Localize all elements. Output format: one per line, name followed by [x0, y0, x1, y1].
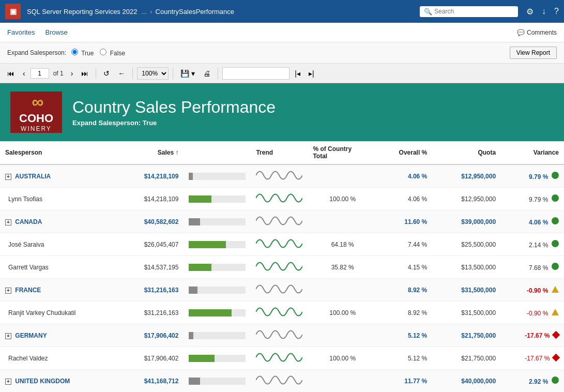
back-button[interactable]: ← — [115, 68, 128, 79]
status-green-icon — [552, 240, 559, 247]
find-next-button[interactable]: ▸| — [306, 68, 317, 79]
expand-icon[interactable]: + — [5, 219, 11, 225]
cell-sales: $40,582,602 — [115, 210, 184, 233]
cell-overall: 5.12 % — [377, 324, 432, 347]
cell-trend — [251, 347, 308, 370]
cell-trend — [251, 164, 308, 188]
bar-background — [189, 355, 246, 362]
expand-icon[interactable]: + — [5, 288, 11, 294]
cell-sales: $14,537,195 — [115, 256, 184, 279]
comments-button[interactable]: 💬 Comments — [517, 29, 557, 36]
variance-value: 9.79 % — [529, 196, 548, 203]
search-box[interactable]: 🔍 — [420, 6, 518, 17]
first-page-button[interactable]: ⏮ — [4, 68, 18, 79]
salesperson-name: GERMANY — [15, 332, 47, 339]
cell-salesperson: + GERMANY — [0, 324, 115, 347]
radio-true-label[interactable]: True — [71, 49, 94, 57]
cell-sales: $17,906,402 — [115, 324, 184, 347]
report-subtitle: Expand Salesperson: True — [72, 119, 276, 127]
nav-favorites[interactable]: Favorites — [7, 28, 35, 36]
col-salesperson: Salesperson — [0, 141, 115, 164]
radio-group: True False — [71, 49, 125, 57]
col-overall: Overall % — [377, 141, 432, 164]
cell-bar — [184, 210, 251, 233]
settings-icon[interactable]: ⚙ — [526, 7, 533, 17]
cell-variance: 4.06 % — [501, 210, 564, 233]
table-row: + GERMANY $17,906,402 5.12 % $21,750,000… — [0, 324, 564, 347]
cell-variance: -17.67 % — [501, 347, 564, 370]
toolbar-separator-3 — [173, 68, 173, 79]
radio-false-label[interactable]: False — [100, 49, 125, 57]
cell-salesperson: + FRANCE — [0, 279, 115, 301]
salesperson-name: Rachel Valdez — [8, 355, 48, 362]
expand-icon[interactable]: + — [5, 333, 11, 339]
search-input[interactable] — [434, 8, 514, 15]
app-logo: ▣ — [5, 4, 21, 19]
variance-value: 7.68 % — [529, 264, 548, 272]
cell-trend — [251, 233, 308, 256]
cell-overall: 11.77 % — [377, 370, 432, 393]
cell-pct-country: 64.18 % — [308, 233, 377, 256]
cell-pct-country: 100.00 % — [308, 301, 377, 324]
table-row: Ranjit Varkey Chudukatil $31,216,163 100… — [0, 301, 564, 324]
cell-variance: 7.68 % — [501, 256, 564, 279]
subtitle-value: True — [143, 119, 157, 127]
toolbar-separator-1 — [96, 68, 96, 79]
page-of-label: of 1 — [53, 70, 64, 77]
col-trend: Trend — [251, 141, 308, 164]
expand-icon[interactable]: + — [5, 379, 11, 385]
view-report-button[interactable]: View Report — [510, 47, 557, 59]
bar-background — [189, 264, 246, 271]
cell-overall: 8.92 % — [377, 279, 432, 301]
bar-fill — [189, 195, 211, 203]
find-prev-button[interactable]: |◂ — [292, 68, 303, 79]
last-page-button[interactable]: ⏭ — [78, 68, 92, 79]
cell-pct-country: 100.00 % — [308, 347, 377, 370]
status-green-icon — [552, 376, 559, 384]
bar-fill — [189, 355, 215, 362]
cell-overall: 4.15 % — [377, 256, 432, 279]
bar-fill — [189, 287, 197, 294]
expand-icon[interactable]: + — [5, 174, 11, 180]
help-icon[interactable]: ? — [554, 7, 559, 16]
bar-fill — [189, 264, 211, 271]
cell-bar — [184, 279, 251, 301]
print-button[interactable]: 🖨 — [200, 68, 214, 79]
refresh-button[interactable]: ↺ — [100, 68, 113, 79]
cell-overall: 11.60 % — [377, 210, 432, 233]
toolbar-separator-4 — [218, 68, 218, 79]
cell-variance: -17.67 % — [501, 324, 564, 347]
cell-quota: $31,500,000 — [432, 301, 501, 324]
logo-coho: COHO — [19, 112, 53, 125]
zoom-select[interactable]: 100% 75% 50% 150% 200% — [137, 67, 169, 80]
next-page-button[interactable]: › — [68, 68, 77, 79]
cell-trend — [251, 370, 308, 393]
prev-page-button[interactable]: ‹ — [20, 68, 28, 79]
table-row: + CANADA $40,582,602 11.60 % $39,000,000… — [0, 210, 564, 233]
breadcrumb-ellipsis: ... — [141, 8, 147, 16]
cell-variance: 9.79 % — [501, 164, 564, 188]
bar-background — [189, 195, 246, 203]
col-pct-country: % of CountryTotal — [308, 141, 377, 164]
status-yellow-icon — [552, 309, 559, 315]
cell-bar — [184, 188, 251, 210]
download-icon[interactable]: ↓ — [542, 7, 546, 16]
radio-true[interactable] — [71, 49, 78, 55]
nav-browse[interactable]: Browse — [45, 28, 67, 36]
cell-salesperson: Garrett Vargas — [0, 256, 115, 279]
subtitle-label: Expand Salesperson: — [72, 119, 141, 127]
bar-background — [189, 378, 246, 385]
status-red-icon — [552, 353, 560, 361]
cell-salesperson: Rachel Valdez — [0, 347, 115, 370]
bar-background — [189, 309, 246, 316]
radio-false[interactable] — [100, 49, 106, 55]
bar-fill — [189, 309, 232, 316]
breadcrumb: ... › CountrySalesPerformance — [141, 8, 234, 16]
page-input[interactable] — [31, 68, 49, 79]
cell-bar — [184, 324, 251, 347]
col-sales[interactable]: Sales ↑ — [115, 141, 184, 164]
cell-overall: 5.12 % — [377, 347, 432, 370]
variance-value: -17.67 % — [525, 355, 550, 362]
find-text-input[interactable] — [222, 67, 289, 80]
save-button[interactable]: 💾 ▾ — [177, 68, 198, 79]
